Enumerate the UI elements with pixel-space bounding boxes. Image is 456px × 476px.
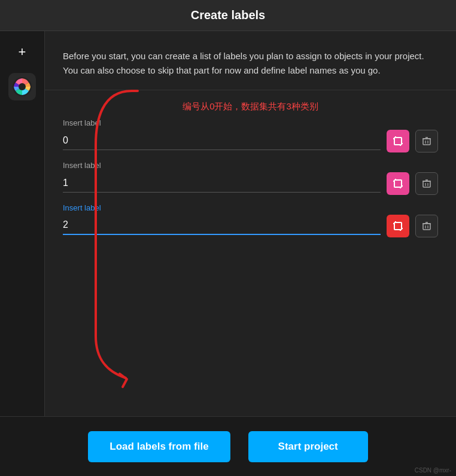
crop-icon-1 — [393, 178, 403, 189]
content-area: Before you start, you can create a list … — [45, 31, 456, 416]
app-icon[interactable] — [8, 73, 36, 100]
svg-rect-27 — [423, 224, 430, 230]
app-container: Create labels + — [0, 0, 456, 476]
delete-button-2[interactable] — [415, 215, 438, 237]
crop-button-2[interactable] — [387, 215, 409, 237]
label-input-row-0 — [63, 130, 438, 152]
delete-button-0[interactable] — [415, 130, 438, 152]
svg-rect-2 — [394, 138, 402, 145]
delete-icon-1 — [422, 179, 431, 188]
svg-rect-7 — [423, 139, 430, 145]
delete-button-1[interactable] — [415, 172, 438, 195]
label-input-1[interactable] — [63, 175, 381, 193]
svg-rect-22 — [394, 222, 402, 230]
crop-icon-2 — [393, 221, 403, 231]
description-text: Before you start, you can create a list … — [63, 49, 438, 78]
label-field-label-2: Insert label — [63, 203, 438, 212]
label-row-1: Insert label — [63, 161, 438, 195]
label-input-row-2 — [63, 215, 438, 237]
label-input-0[interactable] — [63, 133, 381, 150]
plus-icon: + — [19, 44, 26, 60]
label-row-2: Insert label — [63, 203, 438, 237]
load-labels-button[interactable]: Load labels from file — [88, 431, 230, 462]
svg-rect-12 — [394, 180, 402, 187]
start-project-button[interactable]: Start project — [248, 431, 368, 462]
add-button[interactable]: + — [10, 40, 34, 64]
label-field-label-1: Insert label — [63, 161, 438, 170]
label-input-2[interactable] — [63, 217, 381, 235]
crop-icon-0 — [393, 136, 403, 147]
svg-rect-17 — [423, 181, 430, 187]
label-input-row-1 — [63, 172, 438, 195]
delete-icon-2 — [422, 221, 431, 231]
hint-text: 编号从0开始，数据集共有3种类别 — [63, 90, 438, 118]
app-icon-svg — [12, 77, 32, 97]
crop-button-0[interactable] — [387, 130, 409, 152]
footer: Load labels from file Start project — [0, 416, 456, 476]
delete-icon-0 — [422, 136, 431, 146]
label-field-label-0: Insert label — [63, 118, 438, 127]
main-layout: + — [0, 31, 456, 416]
description-section: Before you start, you can create a list … — [45, 31, 456, 90]
svg-point-1 — [19, 83, 26, 90]
labels-section: 编号从0开始，数据集共有3种类别 Insert label — [45, 90, 456, 416]
label-row-0: Insert label — [63, 118, 438, 152]
sidebar: + — [0, 31, 45, 416]
crop-button-1[interactable] — [387, 172, 409, 195]
page-title: Create labels — [191, 8, 266, 22]
watermark: CSDN @mxr- — [415, 467, 451, 474]
header: Create labels — [0, 0, 456, 31]
